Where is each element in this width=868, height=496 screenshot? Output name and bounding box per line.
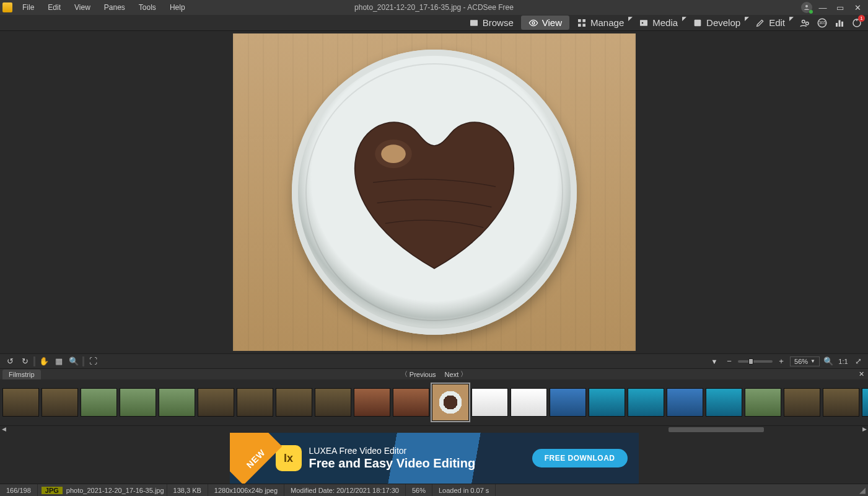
- svg-rect-6: [582, 24, 585, 27]
- separator: [33, 356, 35, 366]
- thumbnail[interactable]: [2, 388, 39, 417]
- mode-edit-label: Edit: [769, 17, 785, 28]
- thumbnail[interactable]: [276, 388, 312, 417]
- thumbnail[interactable]: [862, 388, 868, 417]
- status-index: 166/198: [0, 484, 38, 496]
- advertisement-banner[interactable]: NEW lx LUXEA Free Video Editor Free and …: [0, 433, 868, 484]
- zoom-tool-icon[interactable]: 🔍: [68, 356, 80, 366]
- 365-icon[interactable]: 365: [816, 17, 828, 29]
- filmstrip-tab[interactable]: Filmstrip: [2, 370, 41, 379]
- ad-cta-button[interactable]: FREE DOWNLOAD: [532, 449, 628, 467]
- svg-rect-9: [695, 19, 701, 26]
- status-filename: photo_2021-12-20_17-16-35.jpg: [66, 487, 164, 494]
- thumbnail[interactable]: [198, 388, 234, 417]
- fit-icon[interactable]: ⤢: [852, 356, 864, 366]
- filmstrip-scrollbar[interactable]: ◀ ▶: [0, 425, 868, 433]
- select-icon[interactable]: ▦: [53, 356, 65, 366]
- rotate-cw-icon[interactable]: ↻: [19, 356, 31, 366]
- svg-point-11: [806, 22, 809, 25]
- mode-view[interactable]: View: [521, 16, 569, 30]
- svg-rect-13: [836, 23, 838, 27]
- mode-manage-label: Manage: [590, 17, 624, 28]
- thumbnail[interactable]: [823, 388, 859, 417]
- minimize-button[interactable]: ―: [816, 3, 830, 12]
- plate-illustration: [292, 50, 577, 335]
- filmstrip[interactable]: [0, 379, 868, 425]
- thumbnail[interactable]: [784, 388, 820, 417]
- thumbnail[interactable]: [628, 388, 664, 417]
- status-loadtime: Loaded in 0.07 s: [432, 484, 496, 496]
- thumbnail[interactable]: [81, 388, 117, 417]
- fullscreen-icon[interactable]: ⛶: [87, 356, 99, 366]
- thumbnail[interactable]: [511, 388, 547, 417]
- svg-point-18: [381, 144, 406, 163]
- resize-grip-icon[interactable]: ◢: [859, 485, 868, 495]
- svg-point-8: [642, 22, 644, 24]
- thumbnail[interactable]: [550, 388, 586, 417]
- notification-badge: 1: [858, 15, 865, 22]
- menu-panes[interactable]: Panes: [98, 1, 131, 14]
- thumbnail[interactable]: [354, 388, 390, 417]
- svg-rect-1: [470, 20, 478, 25]
- stats-icon[interactable]: [833, 17, 846, 29]
- svg-rect-4: [582, 19, 585, 22]
- svg-rect-15: [841, 21, 843, 26]
- mode-toolbar: Browse View Manage ◤ Media ◤ Develop ◤ E…: [0, 15, 868, 31]
- app-icon: [2, 2, 12, 12]
- status-modified: Modified Date: 20/12/2021 18:17:30: [284, 484, 406, 496]
- status-zoom: 56%: [406, 484, 432, 496]
- mode-develop-label: Develop: [706, 17, 740, 28]
- mode-media[interactable]: Media ◤: [631, 16, 685, 30]
- menu-help[interactable]: Help: [164, 1, 191, 14]
- thumbnail[interactable]: [159, 388, 195, 417]
- zoom-slider[interactable]: − +: [723, 356, 787, 366]
- scroll-left-icon[interactable]: ◀: [0, 426, 7, 432]
- zoom-out-icon[interactable]: −: [723, 356, 735, 366]
- scroll-right-icon[interactable]: ▶: [861, 426, 868, 432]
- thumbnail[interactable]: [393, 388, 429, 417]
- thumbnail[interactable]: [120, 388, 156, 417]
- mode-browse[interactable]: Browse: [462, 16, 521, 30]
- thumbnail[interactable]: [42, 388, 78, 417]
- chevron-down-icon[interactable]: ▼: [810, 358, 815, 364]
- close-button[interactable]: ✕: [851, 3, 864, 12]
- maximize-button[interactable]: ▭: [833, 3, 847, 12]
- scrollbar-thumb[interactable]: [669, 427, 764, 432]
- zoom-in-icon[interactable]: +: [775, 356, 787, 366]
- mode-edit[interactable]: Edit ◤: [748, 16, 792, 30]
- status-filesize: 138,3 KB: [167, 484, 208, 496]
- menu-edit[interactable]: Edit: [42, 1, 67, 14]
- community-icon[interactable]: [799, 17, 811, 29]
- menu-tools[interactable]: Tools: [133, 1, 162, 14]
- thumbnail[interactable]: [315, 388, 351, 417]
- filter-dropdown-icon[interactable]: ▼: [708, 358, 721, 365]
- menu-view[interactable]: View: [68, 1, 97, 14]
- chocolate-heart-illustration: [332, 84, 537, 289]
- mode-browse-label: Browse: [483, 17, 514, 28]
- account-avatar-icon[interactable]: [801, 2, 812, 13]
- zoom-actual-icon[interactable]: 🔍: [822, 356, 835, 366]
- notifications-icon[interactable]: 1: [851, 17, 863, 29]
- thumbnail[interactable]: [471, 388, 508, 417]
- filmstrip-close-icon[interactable]: ✕: [859, 370, 864, 378]
- svg-point-2: [532, 22, 535, 24]
- rotate-ccw-icon[interactable]: ↺: [4, 356, 16, 366]
- thumbnail[interactable]: [706, 388, 742, 417]
- thumbnail[interactable]: [237, 388, 273, 417]
- thumbnail[interactable]: [589, 388, 625, 417]
- mode-manage[interactable]: Manage ◤: [569, 16, 631, 30]
- status-bar: 166/198 JPG photo_2021-12-20_17-16-35.jp…: [0, 484, 868, 496]
- thumbnail[interactable]: [745, 388, 781, 417]
- image-viewer[interactable]: [0, 31, 868, 353]
- thumbnail[interactable]: [667, 388, 703, 417]
- previous-button[interactable]: 〈 Previous: [401, 370, 436, 379]
- chevron-down-icon[interactable]: ◤: [789, 16, 794, 22]
- menu-file[interactable]: File: [16, 1, 40, 14]
- thumbnail-selected[interactable]: [432, 384, 469, 421]
- one-to-one-button[interactable]: 1:1: [837, 358, 849, 365]
- svg-rect-7: [640, 20, 647, 25]
- next-button[interactable]: Next 〉: [445, 370, 468, 379]
- zoom-level-dropdown[interactable]: 56% ▼: [790, 356, 820, 366]
- mode-develop[interactable]: Develop ◤: [685, 16, 748, 30]
- pan-icon[interactable]: ✋: [38, 356, 50, 366]
